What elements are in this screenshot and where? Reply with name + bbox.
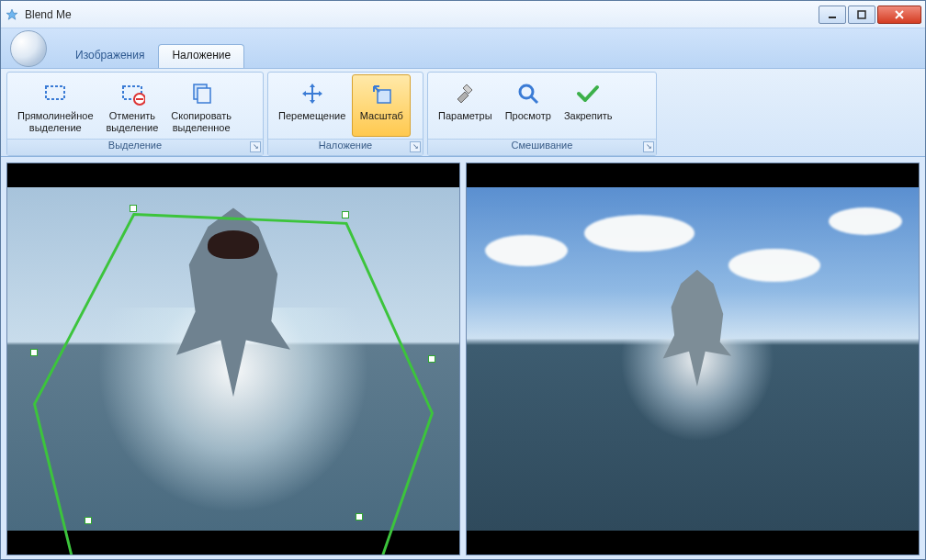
move-label: Перемещение (278, 110, 345, 122)
svg-marker-0 (6, 9, 17, 19)
app-star-icon (5, 7, 19, 22)
cancel-select-label: Отменить выделение (107, 110, 159, 134)
ribbon: Прямолинейное выделение Отменить выделен… (1, 69, 925, 157)
svg-rect-10 (198, 88, 210, 103)
titlebar: Blend Me (1, 1, 925, 28)
target-image-panel[interactable] (466, 162, 920, 555)
group-caption-blend-label: Смешивание (512, 140, 573, 151)
params-button[interactable]: Параметры (432, 74, 499, 137)
cloud-graphic (485, 235, 568, 266)
preview-icon (514, 79, 543, 108)
selection-launcher-icon[interactable]: ↘ (250, 141, 261, 152)
group-caption-selection-label: Выделение (108, 140, 162, 151)
move-icon (298, 79, 327, 108)
group-caption-selection: Выделение ↘ (7, 139, 263, 155)
selection-handle[interactable] (30, 349, 38, 356)
svg-rect-1 (829, 17, 836, 18)
cloud-graphic (829, 207, 902, 235)
svg-rect-2 (858, 11, 865, 18)
selection-polygon[interactable] (7, 187, 459, 555)
selection-handle[interactable] (130, 205, 137, 212)
app-menu-orb[interactable] (10, 30, 47, 67)
group-caption-overlay-label: Наложение (319, 140, 372, 151)
move-button[interactable]: Перемещение (272, 74, 352, 137)
scale-label: Масштаб (360, 110, 403, 122)
minimize-button[interactable] (819, 6, 846, 24)
ribbon-tabs: Изображения Наложение (62, 44, 244, 68)
workspace (1, 157, 925, 560)
selection-handle[interactable] (85, 517, 92, 524)
apply-label: Закрепить (564, 110, 613, 122)
copy-select-button[interactable]: Скопировать выделенное (164, 74, 238, 137)
copy-select-icon (186, 79, 216, 108)
apply-button[interactable]: Закрепить (558, 74, 619, 137)
tab-images[interactable]: Изображения (62, 44, 158, 68)
ribbon-group-selection: Прямолинейное выделение Отменить выделен… (6, 72, 264, 156)
svg-point-12 (520, 85, 533, 98)
rect-select-label: Прямолинейное выделение (17, 110, 94, 134)
apply-icon (573, 79, 603, 108)
group-caption-blend: Смешивание ↘ (428, 139, 656, 155)
selection-handle[interactable] (342, 211, 349, 218)
copy-select-label: Скопировать выделенное (171, 110, 232, 134)
svg-line-13 (531, 96, 537, 103)
overlay-launcher-icon[interactable]: ↘ (410, 141, 421, 152)
maximize-button[interactable] (848, 6, 875, 24)
selection-handle[interactable] (428, 355, 435, 363)
preview-label: Просмотр (505, 110, 551, 122)
cancel-select-icon (118, 79, 147, 108)
tab-overlay[interactable]: Наложение (158, 44, 244, 68)
svg-rect-5 (46, 86, 64, 99)
window-title: Blend Me (25, 8, 819, 21)
scale-button[interactable]: Масштаб (352, 74, 411, 137)
blend-launcher-icon[interactable]: ↘ (643, 141, 654, 152)
cloud-graphic (584, 215, 694, 252)
source-image-canvas (7, 187, 459, 531)
close-button[interactable] (877, 6, 921, 24)
rect-select-button[interactable]: Прямолинейное выделение (11, 74, 100, 137)
ribbon-group-blend: Параметры Просмотр Закрепить Смешивание … (427, 72, 657, 156)
params-icon (450, 79, 480, 108)
selection-handle[interactable] (356, 513, 363, 521)
cancel-select-button[interactable]: Отменить выделение (100, 74, 165, 137)
preview-button[interactable]: Просмотр (499, 74, 558, 137)
rect-select-icon (40, 79, 70, 108)
source-image (7, 187, 459, 531)
window-buttons (819, 6, 921, 24)
scale-icon (367, 79, 396, 108)
svg-marker-14 (35, 215, 433, 555)
target-image-canvas (467, 187, 919, 531)
target-image (467, 187, 919, 531)
cloud-graphic (728, 249, 820, 282)
header-row: Изображения Наложение (1, 28, 925, 69)
params-label: Параметры (438, 110, 492, 122)
ribbon-group-overlay: Перемещение Масштаб Наложение ↘ (267, 72, 423, 156)
source-image-panel[interactable] (6, 162, 460, 555)
group-caption-overlay: Наложение ↘ (268, 139, 423, 155)
svg-rect-11 (378, 90, 390, 103)
